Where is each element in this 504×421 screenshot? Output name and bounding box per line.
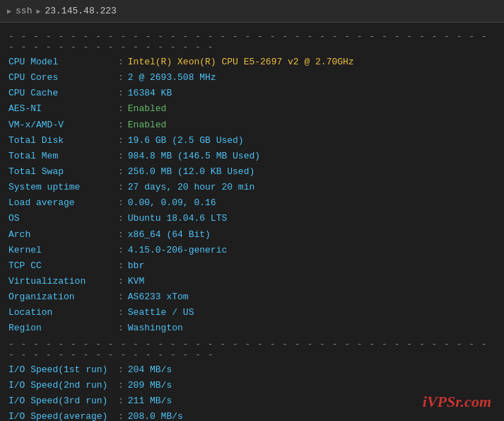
info-value: 2 @ 2693.508 MHz — [128, 71, 216, 85]
io-value: 209 MB/s — [128, 379, 172, 393]
info-colon: : — [118, 290, 124, 304]
info-row: CPU Cores : 2 @ 2693.508 MHz — [8, 71, 496, 85]
info-row: Load average : 0.00, 0.09, 0.16 — [8, 196, 496, 210]
io-value: 211 MB/s — [128, 394, 172, 408]
info-row: Location : Seattle / US — [8, 306, 496, 320]
info-row: Virtualization : KVM — [8, 275, 496, 289]
info-label: TCP CC — [8, 259, 118, 273]
info-label: Total Mem — [8, 149, 118, 163]
info-value: Intel(R) Xeon(R) CPU E5-2697 v2 @ 2.70GH… — [128, 55, 354, 69]
info-colon: : — [118, 306, 124, 320]
title-arrow-1: ▶ — [7, 7, 11, 16]
io-label: I/O Speed(3rd run) — [8, 394, 118, 408]
info-label: AES-NI — [8, 102, 118, 116]
info-label: VM-x/AMD-V — [8, 118, 118, 132]
info-colon: : — [118, 86, 124, 100]
info-value: 19.6 GB (2.5 GB Used) — [128, 134, 244, 148]
info-value: bbr — [128, 259, 144, 273]
info-label: System uptime — [8, 180, 118, 195]
watermark: iVPSr.com — [423, 393, 491, 411]
info-colon: : — [118, 55, 124, 69]
info-colon: : — [118, 134, 124, 148]
info-colon: : — [118, 321, 124, 335]
info-label: Kernel — [8, 243, 118, 258]
info-value: Enabled — [128, 102, 167, 116]
info-label: Arch — [8, 228, 118, 242]
io-colon: : — [118, 410, 124, 421]
io-label: I/O Speed(2nd run) — [8, 379, 118, 393]
info-label: Region — [8, 321, 118, 335]
info-label: CPU Cores — [8, 71, 118, 85]
title-ip: 23.145.48.223 — [45, 6, 116, 16]
title-ssh-label: ssh — [16, 6, 32, 16]
info-colon: : — [118, 228, 124, 242]
info-label: Load average — [8, 196, 118, 210]
info-value: KVM — [128, 275, 144, 289]
title-bar: ▶ ssh ▶ 23.145.48.223 — [0, 0, 504, 23]
info-value: 27 days, 20 hour 20 min — [128, 180, 254, 195]
info-row: Region : Washington — [8, 321, 496, 335]
info-row: Total Disk : 19.6 GB (2.5 GB Used) — [8, 134, 496, 148]
info-colon: : — [118, 102, 124, 116]
info-label: Total Disk — [8, 134, 118, 148]
info-value: 984.8 MB (146.5 MB Used) — [128, 149, 260, 163]
info-value: Washington — [128, 321, 183, 335]
info-colon: : — [118, 196, 124, 210]
info-row: TCP CC : bbr — [8, 259, 496, 273]
info-colon: : — [118, 259, 124, 273]
info-row: VM-x/AMD-V : Enabled — [8, 118, 496, 132]
info-value: x86_64 (64 Bit) — [128, 228, 211, 242]
terminal: - - - - - - - - - - - - - - - - - - - - … — [0, 23, 504, 421]
title-arrow-2: ▶ — [36, 7, 40, 16]
info-colon: : — [118, 212, 124, 226]
info-row: CPU Cache : 16384 KB — [8, 86, 496, 100]
info-colon: : — [118, 118, 124, 132]
info-row: Total Mem : 984.8 MB (146.5 MB Used) — [8, 149, 496, 163]
info-row: System uptime : 27 days, 20 hour 20 min — [8, 180, 496, 195]
info-label: CPU Cache — [8, 86, 118, 100]
io-value: 208.0 MB/s — [128, 410, 183, 421]
info-value: Ubuntu 18.04.6 LTS — [128, 212, 227, 226]
top-dashed-line: - - - - - - - - - - - - - - - - - - - - … — [8, 31, 496, 52]
info-row: Organization : AS6233 xTom — [8, 290, 496, 304]
info-colon: : — [118, 71, 124, 85]
info-value: Enabled — [128, 118, 167, 132]
info-value: 4.15.0-206-generic — [128, 243, 227, 258]
io-row: I/O Speed(average) : 208.0 MB/s — [8, 410, 496, 421]
io-colon: : — [118, 363, 124, 377]
io-row: I/O Speed(2nd run) : 209 MB/s — [8, 379, 496, 393]
info-colon: : — [118, 275, 124, 289]
io-row: I/O Speed(1st run) : 204 MB/s — [8, 363, 496, 377]
info-row: Arch : x86_64 (64 Bit) — [8, 228, 496, 242]
info-label: OS — [8, 212, 118, 226]
info-label: Location — [8, 306, 118, 320]
info-value: 0.00, 0.09, 0.16 — [128, 196, 216, 210]
info-colon: : — [118, 180, 124, 195]
info-row: Kernel : 4.15.0-206-generic — [8, 243, 496, 258]
info-value: Seattle / US — [128, 306, 194, 320]
middle-dashed-line: - - - - - - - - - - - - - - - - - - - - … — [8, 339, 496, 360]
io-label: I/O Speed(average) — [8, 410, 118, 421]
info-value: 16384 KB — [128, 86, 172, 100]
info-row: OS : Ubuntu 18.04.6 LTS — [8, 212, 496, 226]
info-rows: CPU Model : Intel(R) Xeon(R) CPU E5-2697… — [8, 55, 496, 336]
info-colon: : — [118, 149, 124, 163]
info-row: CPU Model : Intel(R) Xeon(R) CPU E5-2697… — [8, 55, 496, 69]
info-value: AS6233 xTom — [128, 290, 189, 304]
io-label: I/O Speed(1st run) — [8, 363, 118, 377]
info-colon: : — [118, 165, 124, 179]
io-rows: I/O Speed(1st run) : 204 MB/s I/O Speed(… — [8, 363, 496, 421]
io-value: 204 MB/s — [128, 363, 172, 377]
info-label: CPU Model — [8, 55, 118, 69]
info-label: Total Swap — [8, 165, 118, 179]
info-row: Total Swap : 256.0 MB (12.0 KB Used) — [8, 165, 496, 179]
info-label: Virtualization — [8, 275, 118, 289]
info-row: AES-NI : Enabled — [8, 102, 496, 116]
io-colon: : — [118, 394, 124, 408]
info-label: Organization — [8, 290, 118, 304]
info-colon: : — [118, 243, 124, 258]
info-value: 256.0 MB (12.0 KB Used) — [128, 165, 254, 179]
io-colon: : — [118, 379, 124, 393]
